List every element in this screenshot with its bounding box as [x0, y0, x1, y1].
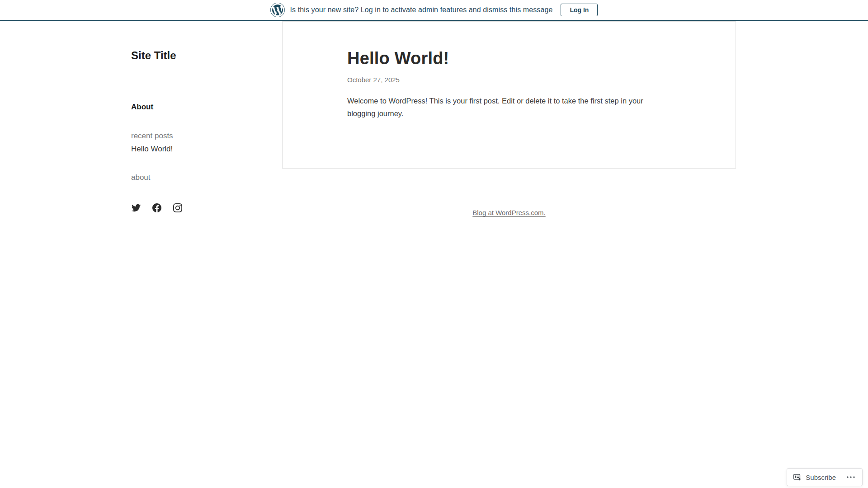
instagram-icon[interactable]: [173, 203, 182, 212]
banner-content: Is this your new site? Log in to activat…: [270, 3, 598, 17]
wordpress-logo-icon: [270, 3, 285, 17]
post-title[interactable]: Hello World!: [347, 49, 672, 69]
post-card: Hello World! October 27, 2025 Welcome to…: [282, 21, 736, 169]
blog-at-wordpress-link[interactable]: Blog at WordPress.com.: [472, 209, 545, 216]
post-body: Welcome to WordPress! This is your first…: [347, 94, 672, 120]
subscribe-button[interactable]: Subscribe: [793, 473, 836, 482]
social-links: [132, 203, 182, 212]
subscribe-label: Subscribe: [806, 474, 836, 481]
banner-message: Is this your new site? Log in to activat…: [290, 6, 553, 14]
wpcom-action-bar: Subscribe: [787, 468, 863, 486]
post-date: October 27, 2025: [347, 76, 672, 84]
ellipsis-icon: [846, 474, 856, 481]
wordpress-site-page: { "banner": { "message": "Is this your n…: [0, 0, 868, 488]
site-footer: Blog at WordPress.com.: [282, 209, 736, 217]
facebook-icon[interactable]: [152, 203, 161, 212]
log-in-button[interactable]: Log In: [561, 4, 598, 17]
recent-posts-heading: recent posts: [131, 131, 173, 141]
more-options-button[interactable]: [846, 474, 856, 481]
site-title[interactable]: Site Title: [131, 49, 176, 62]
about-heading: about: [131, 173, 151, 182]
admin-notice-banner: Is this your new site? Log in to activat…: [0, 0, 868, 21]
sidebar-recent-post-link[interactable]: Hello World!: [131, 145, 173, 154]
twitter-icon[interactable]: [132, 203, 141, 212]
post-article: Hello World! October 27, 2025 Welcome to…: [347, 49, 672, 120]
sidebar-item-about[interactable]: About: [131, 103, 153, 112]
subscribe-icon: [793, 473, 802, 482]
